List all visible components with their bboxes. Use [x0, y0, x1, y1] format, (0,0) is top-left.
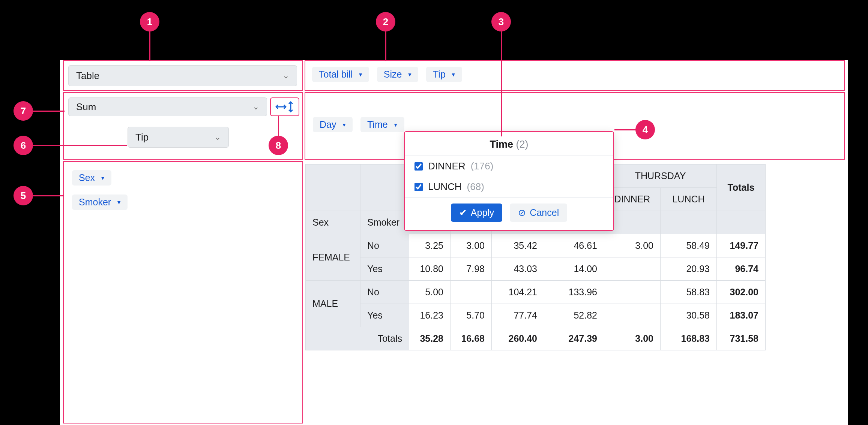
chevron-down-icon: ⌄ [252, 102, 259, 112]
field-chip-size[interactable]: Size ▼ [377, 67, 419, 82]
field-chip-sex[interactable]: Sex ▼ [72, 170, 111, 186]
value-field-value: Tip [135, 132, 149, 143]
chevron-down-icon: ⌄ [214, 132, 221, 142]
callout-stem [149, 31, 150, 61]
caret-down-icon: ▼ [451, 72, 456, 78]
caret-down-icon: ▼ [407, 72, 413, 78]
checkbox[interactable] [414, 162, 423, 171]
callout-badge-5: 5 [14, 186, 33, 205]
filter-popup-time: Time (2) DINNER (176) LUNCH (68) ✔ Apply… [404, 131, 614, 231]
table-row: FEMALE No 3.25 3.00 35.42 46.61 3.00 58.… [306, 234, 766, 257]
callout-badge-4: 4 [635, 120, 655, 139]
callout-stem [33, 111, 65, 112]
value-field-select[interactable]: Tip ⌄ [128, 127, 229, 148]
aggregator-value: Sum [76, 101, 96, 113]
cancel-button[interactable]: ⊘ Cancel [510, 204, 567, 222]
filter-option-lunch[interactable]: LUNCH (68) [405, 177, 613, 197]
col-day-thursday: THURSDAY [604, 165, 717, 188]
chip-label: Total bill [319, 69, 353, 80]
caret-down-icon: ▼ [393, 122, 398, 128]
checkbox[interactable] [414, 183, 423, 191]
renderer-select[interactable]: Table ⌄ [68, 65, 297, 86]
chip-label: Day [320, 119, 336, 130]
totals-header: Totals [717, 165, 766, 211]
aggregator-select[interactable]: Sum ⌄ [68, 97, 267, 116]
col-time-lunch: LUNCH [661, 188, 717, 211]
cancel-icon: ⊘ [518, 207, 526, 218]
row-fields-outline[interactable]: Sex ▼ Smoker ▼ [63, 161, 303, 424]
chip-label: Tip [433, 69, 446, 80]
caret-down-icon: ▼ [341, 122, 347, 128]
swap-axes-button[interactable] [270, 97, 299, 116]
callout-badge-1: 1 [140, 12, 159, 31]
row-header-smoker: Smoker [360, 211, 409, 234]
totals-row: Totals 35.28 16.68 260.40 247.39 3.00 16… [306, 327, 766, 350]
caret-down-icon: ▼ [116, 199, 122, 205]
caret-down-icon: ▼ [100, 175, 105, 181]
field-chip-day[interactable]: Day ▼ [313, 117, 353, 132]
aggregator-area-outline: Sum ⌄ Tip ⌄ [63, 92, 303, 160]
callout-stem [614, 129, 636, 130]
callout-badge-2: 2 [376, 12, 395, 31]
chip-label: Size [384, 69, 402, 80]
chip-label: Time [367, 119, 388, 130]
table-row: MALE No 5.00 104.21 133.96 58.83 302.00 [306, 281, 766, 304]
renderer-area-outline: Table ⌄ [63, 60, 303, 91]
filter-popup-title: Time (2) [405, 132, 613, 156]
apply-button[interactable]: ✔ Apply [451, 204, 503, 222]
pivot-builder-canvas: Table ⌄ Total bill ▼ Size ▼ Tip ▼ Sum ⌄ [60, 60, 848, 425]
callout-stem [501, 31, 502, 136]
field-chip-tip[interactable]: Tip ▼ [426, 67, 462, 82]
callout-badge-7: 7 [14, 101, 33, 121]
field-chip-smoker[interactable]: Smoker ▼ [72, 195, 128, 210]
table-row: Yes 10.80 7.98 43.03 14.00 20.93 96.74 [306, 257, 766, 281]
field-chip-time[interactable]: Time ▼ [360, 117, 404, 132]
check-icon: ✔ [459, 207, 467, 218]
callout-stem [278, 115, 279, 136]
row-header-sex: Sex [306, 211, 360, 234]
callout-badge-6: 6 [14, 136, 33, 155]
unused-fields-outline[interactable]: Total bill ▼ Size ▼ Tip ▼ [305, 60, 845, 91]
field-chip-total-bill[interactable]: Total bill ▼ [312, 67, 369, 82]
chip-label: Sex [79, 172, 95, 183]
callout-badge-3: 3 [491, 12, 511, 31]
filter-option-dinner[interactable]: DINNER (176) [405, 156, 613, 177]
callout-stem [33, 195, 64, 196]
chip-label: Smoker [79, 197, 111, 208]
callout-stem [385, 31, 386, 61]
renderer-select-value: Table [76, 70, 99, 82]
callout-badge-8: 8 [269, 136, 288, 155]
table-row: Yes 16.23 5.70 77.74 52.82 30.58 183.07 [306, 304, 766, 327]
caret-down-icon: ▼ [358, 72, 363, 78]
swap-axes-icon [275, 101, 294, 112]
callout-stem [33, 145, 127, 146]
chevron-down-icon: ⌄ [282, 71, 289, 81]
